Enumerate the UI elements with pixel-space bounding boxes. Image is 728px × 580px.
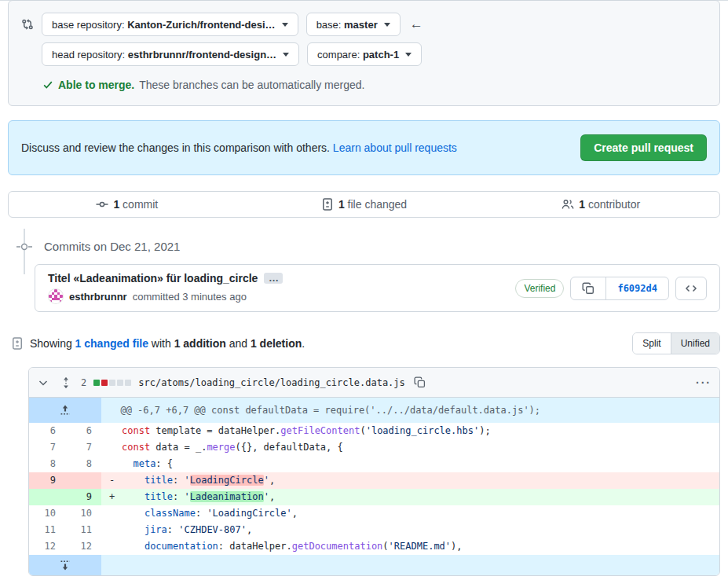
base-branch-dropdown[interactable]: base: master	[306, 13, 401, 36]
diff-view-toggle: Split Unified	[632, 332, 720, 354]
timeline-commit-dot-icon	[16, 242, 33, 251]
new-line-number[interactable]	[65, 472, 101, 489]
verified-badge[interactable]: Verified	[515, 279, 564, 298]
commits-section: Commits on Dec 21, 2021 Titel «Ladeanima…	[8, 240, 720, 312]
new-line-number[interactable]: 9	[65, 489, 101, 505]
expand-down-button[interactable]	[29, 555, 101, 575]
old-line-number[interactable]: 10	[29, 505, 65, 522]
collapse-file-chevron-icon[interactable]	[35, 375, 51, 391]
code-line: + title: 'Ladeanimation',	[101, 489, 719, 505]
copy-icon	[582, 282, 594, 295]
new-line-number[interactable]: 7	[65, 439, 101, 456]
code-token: className	[145, 508, 196, 519]
diffstat-block-neutral	[125, 380, 131, 386]
commit-description-ellipsis-button[interactable]: …	[264, 273, 283, 284]
code-token	[122, 475, 145, 486]
merge-status-text: These branches can be automatically merg…	[139, 79, 364, 91]
arrow-left-icon[interactable]: ←	[408, 17, 425, 32]
tab-commits[interactable]: 1 commit	[9, 198, 246, 211]
copy-filename-icon[interactable]	[412, 375, 427, 390]
create-pull-request-button[interactable]: Create pull request	[580, 134, 707, 161]
code-token: getDocumentation	[292, 541, 383, 552]
code-token	[122, 508, 145, 519]
contributors-count: 1	[579, 198, 585, 211]
code-token: '	[264, 491, 269, 502]
contributors-label: contributor	[588, 198, 640, 211]
code-token: title	[145, 475, 173, 486]
browse-code-button[interactable]	[675, 277, 707, 300]
avatar[interactable]	[48, 288, 64, 304]
unified-view-button[interactable]: Unified	[671, 333, 719, 354]
old-line-number[interactable]: 6	[29, 423, 65, 439]
base-repo-value: Kanton-Zurich/frontend-desi…	[127, 19, 276, 31]
code-token: getFileContent	[280, 425, 360, 436]
compare-branch-dropdown[interactable]: compare: patch-1	[307, 42, 422, 66]
diffstat-block-neutral	[117, 380, 123, 386]
code-line: className: 'LoadingCircle',	[101, 505, 719, 522]
diff-file-card: 2 src/atoms/loading_circle/loading_circl…	[28, 367, 720, 576]
old-line-number[interactable]: 12	[29, 538, 65, 555]
code-token: :	[173, 475, 184, 486]
summary-prefix: Showing	[30, 337, 75, 350]
new-line-number[interactable]: 12	[65, 538, 101, 555]
code-token: const	[122, 442, 150, 453]
commit-author-link[interactable]: esthrbrunnr	[69, 291, 127, 303]
caret-down-icon	[384, 23, 390, 27]
diff-row-add: 9+ title: 'Ladeanimation',	[29, 489, 719, 505]
commits-date-heading: Commits on Dec 21, 2021	[44, 240, 180, 253]
code-token: template = dataHelper.	[150, 425, 280, 436]
new-line-number[interactable]: 10	[65, 505, 101, 522]
code-token: :	[173, 491, 184, 502]
code-token: jira	[145, 524, 167, 535]
diff-row-context: 1010 className: 'LoadingCircle',	[29, 505, 719, 522]
expand-up-button[interactable]	[29, 398, 101, 423]
code-line: const template = dataHelper.getFileConte…	[101, 423, 719, 439]
changed-file-link[interactable]: 1 changed file	[75, 337, 148, 350]
old-line-number[interactable]: 7	[29, 439, 65, 456]
new-line-number[interactable]: 6	[65, 423, 101, 439]
diff-filename[interactable]: src/atoms/loading_circle/loading_circle.…	[138, 377, 405, 388]
comparison-stats-bar: 1 commit 1 file changed 1 contributor	[8, 191, 720, 218]
old-line-number[interactable]: 8	[29, 456, 65, 472]
code-token	[122, 541, 145, 552]
old-line-number[interactable]: 9	[29, 472, 65, 489]
old-line-number[interactable]	[29, 489, 65, 505]
diffstat-block-deleted	[101, 380, 108, 386]
diff-marker	[109, 522, 122, 538]
commit-card: Titel «Ladeanimation» für loading_circle…	[35, 264, 720, 312]
caret-down-icon	[283, 53, 289, 57]
diff-row-context: 88 meta: {	[29, 456, 719, 472]
drag-grip-icon[interactable]	[58, 375, 74, 391]
code-token: const	[122, 425, 150, 436]
tab-contributors[interactable]: 1 contributor	[482, 198, 719, 211]
diff-marker	[109, 439, 122, 456]
file-options-kebab-icon[interactable]: ···	[696, 376, 712, 389]
merge-status: Able to merge. These branches can be aut…	[42, 79, 707, 91]
commit-info: Titel «Ladeanimation» für loading_circle…	[48, 272, 283, 304]
split-view-button[interactable]: Split	[633, 333, 670, 354]
new-line-number[interactable]: 8	[65, 456, 101, 472]
diff-row-del: 9- title: 'LoadingCircle',	[29, 472, 719, 489]
code-line: meta: {	[101, 456, 719, 472]
learn-about-pull-requests-link[interactable]: Learn about pull requests	[333, 141, 457, 154]
new-line-number[interactable]: 11	[65, 522, 101, 538]
code-token: 'CZHDEV-807'	[178, 524, 247, 535]
base-repository-dropdown[interactable]: base repository: Kanton-Zurich/frontend-…	[42, 13, 298, 36]
head-repository-dropdown[interactable]: head repository: esthrbrunnr/frontend-de…	[42, 42, 299, 66]
code-token: :	[167, 524, 178, 535]
old-line-number[interactable]: 11	[29, 522, 65, 538]
code-icon	[685, 282, 697, 295]
code-token: ,	[292, 508, 298, 519]
summary-addition: 1 addition	[174, 337, 226, 350]
compare-branch-box: base repository: Kanton-Zurich/frontend-…	[8, 0, 720, 106]
compare-branch-value: patch-1	[363, 49, 399, 61]
copy-sha-button[interactable]	[571, 277, 605, 299]
commit-title-link[interactable]: Titel «Ladeanimation» für loading_circle	[48, 272, 258, 284]
code-token: documentation	[145, 541, 218, 552]
commits-label: commit	[123, 198, 158, 211]
people-icon	[562, 198, 574, 211]
commit-sha-link[interactable]: f6092d4	[605, 277, 668, 299]
code-token: (	[360, 425, 365, 436]
summary-suffix: .	[302, 337, 305, 350]
tab-files-changed[interactable]: 1 file changed	[246, 198, 483, 211]
